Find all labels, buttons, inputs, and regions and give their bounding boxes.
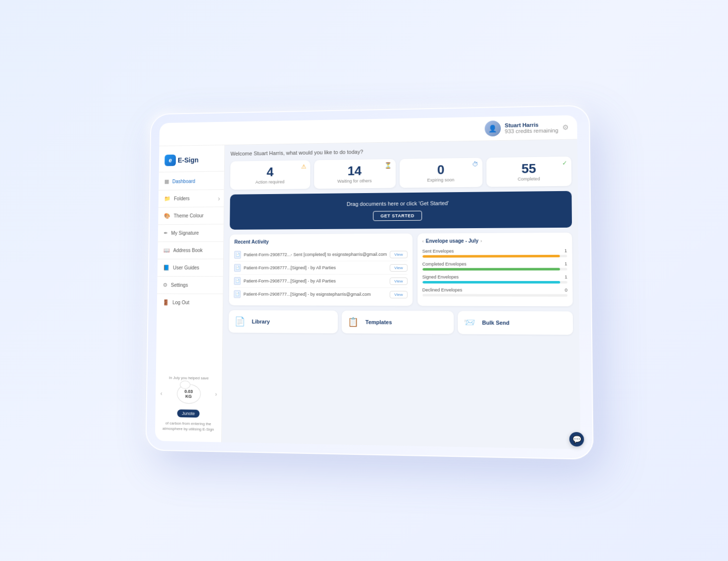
envelope-header: ‹ Envelope usage - July ›	[422, 238, 567, 243]
view-button-3[interactable]: View	[390, 291, 407, 298]
sidebar-item-address-book[interactable]: 📖 Address Book	[158, 243, 223, 257]
completed-label: Completed	[491, 176, 566, 182]
qa-templates[interactable]: 📋 Templates	[342, 311, 454, 334]
sidebar-divider-7	[157, 293, 223, 294]
logo: e E-Sign	[164, 154, 219, 166]
env-bar-bg-signed	[422, 281, 567, 283]
sidebar-label-logout: Log Out	[172, 300, 189, 305]
templates-label: Templates	[365, 319, 392, 325]
avatar: 👤	[485, 120, 501, 136]
quick-access-row: 📄 Library 📋 Templates 📨 Bulk Send	[229, 310, 573, 335]
expiring-number: 0	[404, 163, 478, 177]
sidebar-label-theme: Theme Colour	[174, 213, 204, 218]
carbon-next-arrow[interactable]: ›	[215, 391, 217, 398]
theme-icon: 🎨	[164, 213, 170, 219]
sidebar-label-address-book: Address Book	[173, 247, 203, 253]
logo-text: E-Sign	[178, 156, 199, 164]
envelope-usage-panel: ‹ Envelope usage - July › Sent Envelopes…	[417, 233, 573, 306]
env-bar-bg-sent	[422, 255, 567, 258]
env-row-completed: Completed Envelopes 1	[422, 261, 567, 271]
carbon-label: In July you helped save	[161, 375, 217, 380]
logo-icon: e	[164, 155, 176, 166]
logo-area: e E-Sign	[159, 150, 225, 172]
env-row-signed: Signed Envelopes 1	[422, 275, 567, 283]
env-row-sent: Sent Envelopes 1	[422, 248, 567, 258]
env-bar-signed	[422, 281, 560, 283]
view-button-2[interactable]: View	[390, 277, 407, 284]
expiring-label: Expiring soon	[404, 177, 478, 183]
sidebar-label-user-guides: User Guides	[173, 265, 199, 271]
env-label-completed: Completed Envelopes	[422, 262, 466, 267]
env-label-sent: Sent Envelopes	[422, 248, 454, 253]
sidebar-divider-4	[158, 241, 224, 242]
templates-icon: 📋	[348, 317, 362, 327]
env-row-declined: Declined Envelopes 0	[422, 287, 567, 297]
env-count-sent: 1	[565, 248, 567, 253]
carbon-cloud: 0.03KG	[177, 384, 201, 404]
view-button-0[interactable]: View	[390, 250, 407, 258]
user-info-section: 👤 Stuart Harris 933 credits remaining ⚙	[485, 119, 569, 136]
library-icon: 📄	[235, 316, 248, 327]
sidebar-item-signature[interactable]: ✒ My Signature	[158, 226, 224, 240]
activity-text-0: Patient-Form-2908772...- Sent [completed…	[244, 252, 387, 257]
main-content: Welcome Stuart Harris, what would you li…	[222, 139, 580, 449]
sidebar-item-folders[interactable]: 📁 Folders	[159, 192, 224, 205]
logout-icon: 🚪	[162, 299, 169, 306]
stat-waiting: ⏳ 14 Waiting for others	[314, 159, 396, 189]
folders-icon: 📁	[164, 196, 170, 202]
carbon-prev-arrow[interactable]: ‹	[161, 390, 162, 397]
activity-item-1: 📄 Patient-Form-2908777...[Signed] - by A…	[234, 261, 407, 275]
sidebar-label-folders: Folders	[174, 196, 190, 201]
doc-icon-0: 📄	[234, 251, 241, 259]
bulk-send-icon: 📨	[464, 317, 478, 328]
sidebar-divider-5	[158, 259, 223, 259]
sidebar-item-user-guides[interactable]: 📘 User Guides	[158, 261, 223, 275]
sidebar-label-signature: My Signature	[171, 230, 199, 236]
chat-button[interactable]: 💬	[569, 432, 584, 447]
waiting-label: Waiting for others	[319, 178, 390, 184]
carbon-button[interactable]: Junote	[177, 409, 200, 418]
env-bar-bg-declined	[422, 294, 567, 297]
view-button-1[interactable]: View	[390, 264, 407, 271]
sidebar-item-dashboard[interactable]: ▦ Dashboard	[159, 174, 224, 188]
settings-icon[interactable]: ⚙	[562, 123, 569, 131]
envelope-chevron-right[interactable]: ›	[481, 239, 482, 243]
get-started-button[interactable]: GET STARTED	[373, 211, 422, 221]
sidebar-item-theme[interactable]: 🎨 Theme Colour	[158, 209, 224, 222]
dashboard-icon: ▦	[164, 178, 169, 185]
activity-item-2: 📄 Patient-Form-2908777...[Signed] - by A…	[234, 275, 407, 288]
sidebar: e E-Sign ▦ Dashboard 📁 Folders 🎨 Theme C…	[155, 145, 225, 442]
env-label-declined: Declined Envelopes	[422, 287, 462, 292]
envelope-chevron-left[interactable]: ‹	[422, 239, 424, 243]
activity-text-3: Patient-Form-2908777...[Signed] - by esi…	[243, 292, 387, 297]
stat-expiring: ⏱ 0 Expiring soon	[400, 158, 483, 188]
env-count-completed: 1	[565, 261, 567, 266]
qa-bulk-send[interactable]: 📨 Bulk Send	[458, 311, 573, 335]
carbon-section: In July you helped save ‹ 0.03KG › Junot…	[155, 371, 222, 438]
recent-activity-title: Recent Activity	[234, 239, 407, 245]
stat-completed: ✓ 55 Completed	[486, 157, 571, 187]
carbon-description: of carbon from entering the atmosphere b…	[160, 421, 217, 432]
welcome-message: Welcome Stuart Harris, what would you li…	[231, 146, 571, 157]
env-count-signed: 1	[565, 275, 567, 280]
activity-text-1: Patient-Form-2908777...[Signed] - by All…	[243, 265, 387, 270]
sidebar-divider-3	[158, 224, 224, 225]
sidebar-label-settings: Settings	[171, 282, 188, 288]
sidebar-item-logout[interactable]: 🚪 Log Out	[157, 296, 223, 309]
activity-item-3: 📄 Patient-Form-2908777...[Signed] - by e…	[234, 288, 407, 301]
drag-drop-area[interactable]: Drag documents here or click 'Get Starte…	[230, 191, 572, 230]
recent-activity-panel: Recent Activity 📄 Patient-Form-2908772..…	[229, 234, 412, 306]
sidebar-divider-6	[158, 276, 223, 277]
sidebar-divider-2	[159, 206, 224, 207]
envelope-title: Envelope usage - July	[426, 238, 479, 244]
qa-library[interactable]: 📄 Library	[229, 310, 338, 333]
credits-display: 933 credits remaining	[505, 127, 558, 134]
doc-icon-2: 📄	[234, 277, 241, 285]
sidebar-divider-1	[159, 189, 224, 190]
bulk-send-label: Bulk Send	[482, 320, 510, 326]
sidebar-item-settings[interactable]: ⚙ Settings	[157, 279, 223, 292]
env-count-declined: 0	[565, 287, 567, 292]
env-label-signed: Signed Envelopes	[422, 275, 459, 280]
action-required-number: 4	[235, 165, 305, 178]
env-bar-sent	[422, 255, 560, 258]
